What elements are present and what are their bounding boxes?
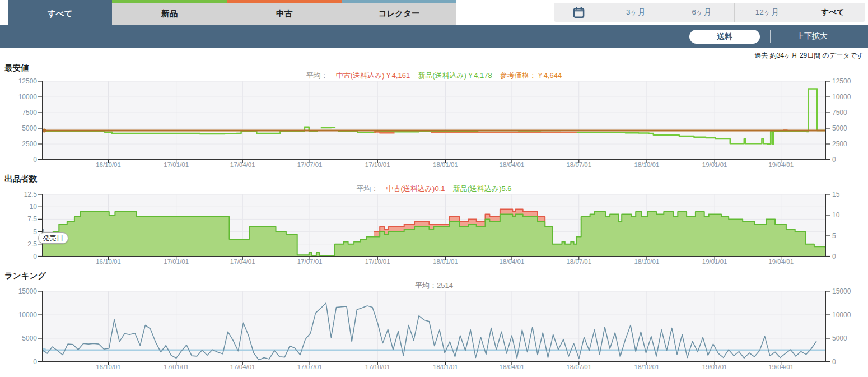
calendar-icon-glyph (572, 6, 585, 19)
ranking-y-axis-right: 050001000015000 (826, 291, 868, 373)
y-axis-label: 12.5 (24, 190, 37, 198)
x-axis-label: 17/01/01 (164, 364, 189, 370)
x-axis-label: 19/04/01 (768, 258, 794, 265)
x-axis-label: 18/04/01 (500, 364, 525, 370)
y-axis-label: 0 (33, 358, 37, 366)
y-axis-label: 7.5 (27, 215, 37, 223)
seller-count-section: 出品者数 平均：中古(送料込み)0.1新品(送料込み)5.6 02.557.51… (0, 171, 868, 268)
x-axis-label: 17/10/01 (365, 258, 390, 265)
y-axis-label: 0 (33, 156, 37, 164)
release-date-label: 発売日 (38, 232, 68, 244)
sellers-x-axis: 16/10/0117/01/0117/04/0117/07/0117/10/01… (42, 257, 826, 268)
y-axis-label: 10000 (18, 93, 37, 101)
y-axis-label: 5000 (832, 124, 847, 132)
x-axis-label: 18/01/01 (433, 161, 458, 168)
tab-collector[interactable]: コレクター (342, 0, 456, 25)
x-axis-label: 17/04/01 (230, 161, 255, 168)
condition-tab-bar: すべて 新品 中古 コレクター 3ヶ月 6ヶ月 12ヶ月 すべて (0, 0, 868, 25)
y-axis-label: 5 (832, 232, 836, 240)
x-axis-label: 16/10/01 (96, 258, 121, 265)
x-axis-label: 19/01/01 (702, 161, 727, 168)
tab-all[interactable]: すべて (8, 0, 112, 25)
legend-new-count: 新品(送料込み)5.6 (453, 184, 512, 193)
x-axis-label: 18/07/01 (566, 258, 591, 265)
sellers-chart[interactable]: 発売日 16/10/0117/01/0117/04/0117/07/0117/1… (42, 194, 826, 268)
legend-ref-price: 参考価格：￥4,644 (500, 71, 562, 80)
y-axis-label: 0 (832, 253, 836, 260)
period-selector: 3ヶ月 6ヶ月 12ヶ月 すべて (554, 3, 865, 22)
x-axis-label: 17/04/01 (230, 364, 255, 370)
tab-all-label: すべて (48, 9, 73, 18)
toolbar-divider (770, 30, 771, 43)
tab-new[interactable]: 新品 (112, 0, 227, 25)
y-axis-label: 12500 (832, 77, 851, 85)
y-axis-label: 5000 (832, 334, 847, 342)
period-3m[interactable]: 3ヶ月 (603, 3, 669, 22)
x-axis-label: 16/10/01 (96, 161, 121, 168)
y-axis-label: 10000 (832, 93, 851, 101)
x-axis-label: 17/04/01 (230, 258, 255, 265)
y-axis-label: 0 (832, 156, 836, 164)
y-axis-label: 2500 (22, 140, 37, 148)
lowest-price-legend: 平均：中古(送料込み)￥4,161新品(送料込み)￥4,178参考価格：￥4,6… (0, 71, 868, 81)
x-axis-label: 19/04/01 (768, 364, 794, 370)
x-axis-label: 18/10/01 (634, 364, 660, 370)
tab-used-label: 中古 (276, 9, 292, 18)
legend-used-count: 中古(送料込み)0.1 (386, 184, 445, 193)
x-axis-label: 17/01/01 (164, 258, 189, 265)
y-axis-label: 0 (832, 358, 836, 366)
section-title-seller-count: 出品者数 (4, 174, 37, 184)
price-x-axis: 16/10/0117/01/0117/04/0117/07/0117/10/01… (42, 160, 826, 171)
tab-collector-label: コレクター (379, 9, 420, 18)
price-y-axis-left: 02500500075001000012500 (0, 81, 42, 171)
x-axis-label: 17/07/01 (297, 364, 323, 370)
period-12m[interactable]: 12ヶ月 (734, 3, 800, 22)
ranking-y-axis-left: 050001000015000 (0, 291, 42, 373)
x-axis-label: 17/07/01 (297, 258, 323, 265)
x-axis-label: 17/01/01 (164, 161, 189, 168)
ranking-section: ランキング 平均：2514 050001000015000 16/10/0117… (0, 268, 868, 373)
y-axis-label: 2500 (832, 140, 847, 148)
y-axis-label: 10000 (832, 311, 851, 319)
x-axis-label: 18/10/01 (634, 258, 660, 265)
price-tracker-page: すべて 新品 中古 コレクター 3ヶ月 6ヶ月 12ヶ月 すべて (0, 0, 868, 377)
period-6m[interactable]: 6ヶ月 (669, 3, 734, 22)
expand-toggle-button[interactable]: 上下拡大 (781, 31, 843, 41)
tab-new-label: 新品 (161, 9, 178, 18)
shipping-toggle-button[interactable]: 送料 (689, 30, 760, 44)
x-axis-label: 18/07/01 (566, 364, 591, 370)
y-axis-label: 7500 (22, 109, 37, 117)
y-axis-label: 15 (832, 190, 839, 198)
x-axis-label: 19/01/01 (702, 364, 727, 370)
price-y-axis-right: 02500500075001000012500 (826, 81, 868, 171)
ranking-chart-canvas (42, 291, 826, 362)
price-chart-canvas (42, 81, 826, 160)
legend-avg-label: 平均： (356, 184, 378, 193)
calendar-icon[interactable] (554, 3, 603, 22)
lowest-price-section: 最安値 平均：中古(送料込み)￥4,161新品(送料込み)￥4,178参考価格：… (0, 60, 868, 171)
x-axis-label: 17/07/01 (297, 161, 323, 168)
header-spacer (456, 0, 554, 25)
seller-count-legend: 平均：中古(送料込み)0.1新品(送料込み)5.6 (0, 184, 868, 194)
x-axis-label: 18/01/01 (433, 364, 458, 370)
x-axis-label: 19/01/01 (702, 258, 727, 265)
tab-used[interactable]: 中古 (227, 0, 342, 25)
x-axis-label: 18/04/01 (500, 258, 525, 265)
ranking-chart[interactable]: 16/10/0117/01/0117/04/0117/07/0117/10/01… (42, 291, 826, 373)
x-axis-label: 18/01/01 (433, 258, 458, 265)
data-range-note: 過去 約34ヶ月 29日間 のデータです (0, 48, 868, 60)
y-axis-label: 10 (30, 203, 37, 211)
sellers-y-axis-right: 051015 (826, 194, 868, 268)
y-axis-label: 10000 (18, 311, 37, 319)
x-axis-label: 18/07/01 (566, 161, 591, 168)
chart-toolbar: 送料 上下拡大 (0, 25, 868, 48)
section-title-ranking: ランキング (4, 271, 46, 281)
legend-used-price: 中古(送料込み)￥4,161 (336, 71, 410, 80)
legend-new-price: 新品(送料込み)￥4,178 (418, 71, 492, 80)
y-axis-label: 7500 (832, 109, 847, 117)
y-axis-label: 15000 (18, 287, 37, 295)
y-axis-label: 5 (33, 228, 37, 236)
price-chart[interactable]: 16/10/0117/01/0117/04/0117/07/0117/10/01… (42, 81, 826, 171)
y-axis-label: 2.5 (27, 240, 37, 248)
period-all[interactable]: すべて (800, 3, 865, 22)
